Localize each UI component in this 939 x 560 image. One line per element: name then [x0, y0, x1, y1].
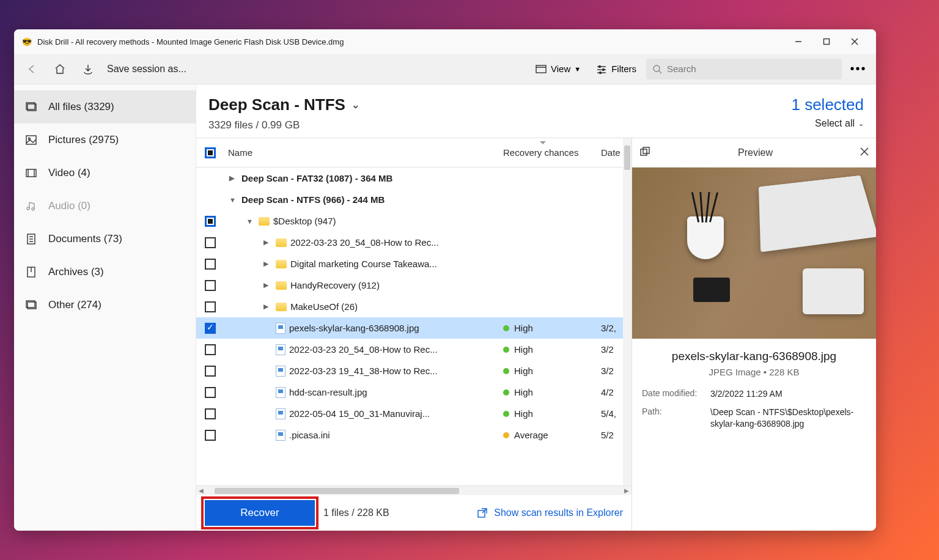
file-name: 2022-03-23 19_41_38-How to Rec... — [289, 366, 438, 376]
expand-icon[interactable]: ▼ — [229, 196, 238, 204]
search-box[interactable] — [646, 59, 842, 79]
svg-rect-4 — [536, 65, 546, 73]
select-all-button[interactable]: Select all⌄ — [791, 118, 864, 129]
audio-icon — [25, 200, 37, 212]
table-row[interactable]: pexels-skylar-kang-6368908.jpgHigh3/2, — [196, 317, 632, 339]
file-name: hdd-scan-result.jpg — [289, 387, 367, 397]
sidebar-item-video[interactable]: Video (4) — [14, 157, 196, 190]
svg-point-11 — [600, 72, 602, 73]
vertical-scrollbar[interactable] — [623, 138, 632, 485]
path-label: Path: — [642, 407, 710, 430]
svg-point-21 — [27, 207, 29, 210]
expand-icon[interactable]: ▶ — [263, 281, 272, 289]
sidebar-item-documents[interactable]: Documents (73) — [14, 223, 196, 256]
row-checkbox[interactable] — [196, 323, 224, 334]
download-button[interactable] — [76, 57, 100, 81]
table-row[interactable]: ▶HandyRecovery (912) — [196, 274, 632, 296]
file-name: Deep Scan - FAT32 (1087) - 364 MB — [241, 173, 392, 183]
table-row[interactable]: ▼Deep Scan - NTFS (966) - 244 MB — [196, 189, 632, 210]
path-value: \Deep Scan - NTFS\$Desktop\pexels-skylar… — [710, 407, 866, 430]
scan-summary: 3329 files / 0.99 GB — [208, 119, 359, 131]
table-row[interactable]: ▶Deep Scan - FAT32 (1087) - 364 MB — [196, 168, 632, 189]
row-checkbox[interactable] — [196, 366, 224, 377]
preview-filetype: JPEG Image • 228 KB — [642, 367, 866, 377]
stack-icon — [25, 101, 37, 113]
row-checkbox[interactable] — [196, 280, 224, 291]
svg-point-22 — [32, 208, 34, 210]
header-checkbox[interactable] — [196, 147, 224, 158]
sidebar: All files (3329) Pictures (2975) Video (… — [14, 84, 196, 531]
row-checkbox[interactable] — [196, 259, 224, 270]
file-name: Digital marketing Course Takeawa... — [290, 259, 437, 269]
video-icon — [25, 167, 37, 179]
horizontal-scrollbar[interactable]: ◀▶ — [196, 485, 632, 495]
table-row[interactable]: ▶Digital marketing Course Takeawa... — [196, 253, 632, 274]
image-icon — [25, 134, 37, 146]
popout-icon[interactable] — [639, 146, 650, 160]
recovery-chance: High — [503, 323, 601, 333]
row-checkbox[interactable] — [196, 387, 224, 398]
file-name: 2022-03-23 20_54_08-How to Rec... — [290, 237, 439, 248]
row-checkbox[interactable] — [196, 408, 224, 419]
expand-icon[interactable]: ▶ — [263, 303, 272, 311]
expand-icon[interactable]: ▼ — [246, 218, 255, 225]
minimize-button[interactable] — [784, 29, 812, 54]
svg-rect-16 — [26, 136, 36, 144]
row-checkbox[interactable] — [196, 430, 224, 441]
row-checkbox[interactable] — [196, 344, 224, 355]
file-name: MakeUseOf (26) — [290, 301, 358, 312]
column-recovery[interactable]: Recovery chances — [503, 147, 601, 158]
more-button[interactable]: ••• — [847, 62, 870, 76]
preview-image — [632, 168, 876, 339]
sidebar-item-other[interactable]: Other (274) — [14, 289, 196, 322]
sidebar-item-audio[interactable]: Audio (0) — [14, 190, 196, 223]
svg-rect-33 — [643, 147, 649, 153]
table-row[interactable]: hdd-scan-result.jpgHigh4/2 — [196, 381, 632, 403]
table-header: Name Recovery chances Date — [196, 138, 632, 168]
file-name: .picasa.ini — [289, 430, 330, 440]
search-input[interactable] — [667, 64, 836, 74]
archive-icon — [25, 266, 37, 278]
table-row[interactable]: 2022-03-23 19_41_38-How to Rec...High3/2 — [196, 360, 632, 381]
close-button[interactable] — [841, 29, 869, 54]
expand-icon[interactable]: ▶ — [229, 174, 238, 182]
table-row[interactable]: ▶MakeUseOf (26) — [196, 296, 632, 317]
expand-icon[interactable]: ▶ — [263, 260, 272, 268]
row-checkbox[interactable] — [196, 216, 224, 227]
row-checkbox[interactable] — [196, 237, 224, 248]
column-name[interactable]: Name — [224, 147, 503, 158]
view-dropdown[interactable]: View ▼ — [530, 64, 586, 75]
svg-rect-32 — [641, 149, 647, 155]
maximize-button[interactable] — [812, 29, 841, 54]
recover-button[interactable]: Recover — [205, 500, 315, 526]
expand-icon[interactable]: ▶ — [263, 238, 272, 246]
document-icon — [25, 233, 37, 245]
back-button[interactable] — [20, 57, 43, 81]
save-session-label[interactable]: Save session as... — [105, 64, 186, 75]
table-row[interactable]: ▶2022-03-23 20_54_08-How to Rec... — [196, 232, 632, 253]
table-row[interactable]: .picasa.iniAverage5/2 — [196, 424, 632, 446]
sidebar-item-archives[interactable]: Archives (3) — [14, 256, 196, 289]
file-name: 2022-03-23 20_54_08-How to Rec... — [289, 344, 438, 355]
recovery-chance: High — [503, 366, 601, 376]
svg-line-13 — [659, 71, 661, 73]
svg-point-17 — [29, 138, 31, 140]
file-name: 2022-05-04 15_00_31-Manuviraj... — [289, 408, 430, 419]
date-modified-label: Date modified: — [642, 388, 710, 400]
close-preview-button[interactable] — [860, 147, 869, 158]
home-button[interactable] — [48, 57, 72, 81]
table-row[interactable]: 2022-03-23 20_54_08-How to Rec...High3/2 — [196, 339, 632, 360]
filters-button[interactable]: Filters — [591, 64, 641, 75]
row-checkbox[interactable] — [196, 301, 224, 312]
titlebar: 😎 Disk Drill - All recovery methods - Mo… — [14, 29, 876, 54]
table-row[interactable]: ▼$Desktop (947) — [196, 210, 632, 232]
scan-title[interactable]: Deep Scan - NTFS⌄ — [208, 95, 359, 114]
stack-icon — [25, 299, 37, 311]
table-row[interactable]: 2022-05-04 15_00_31-Manuviraj...High5/4, — [196, 403, 632, 424]
recovery-chance: High — [503, 408, 601, 419]
sidebar-item-pictures[interactable]: Pictures (2975) — [14, 123, 196, 157]
recovery-chance: Average — [503, 430, 601, 440]
sidebar-item-all-files[interactable]: All files (3329) — [14, 90, 196, 123]
show-in-explorer-link[interactable]: Show scan results in Explorer — [477, 507, 623, 518]
selected-count: 1 selected — [791, 95, 864, 114]
